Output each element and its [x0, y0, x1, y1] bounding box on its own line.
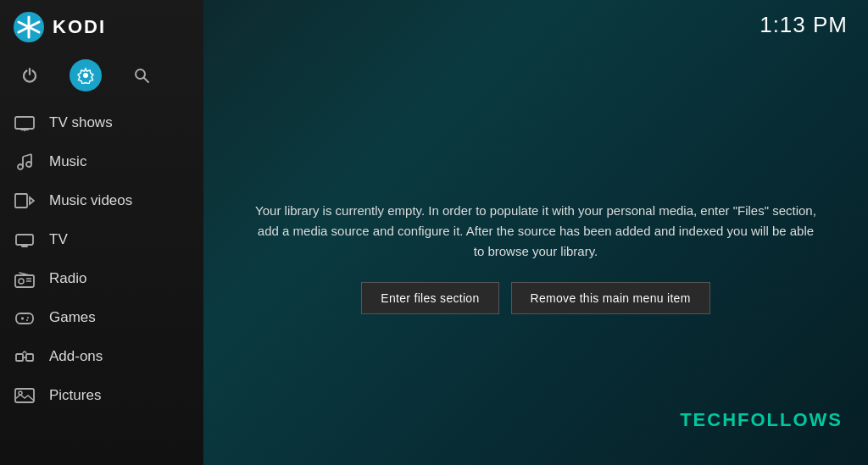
sidebar-item-addons-label: Add-ons — [49, 348, 103, 365]
sidebar-item-tv-shows-label: TV shows — [49, 114, 113, 131]
svg-point-4 — [83, 73, 88, 78]
svg-rect-7 — [15, 117, 34, 129]
svg-rect-29 — [16, 354, 23, 361]
music-icon — [14, 151, 36, 173]
tv-icon — [14, 229, 36, 251]
main-content: 1:13 PM Your library is currently empty.… — [203, 0, 868, 465]
settings-icon — [77, 67, 94, 84]
radio-icon — [14, 268, 36, 290]
svg-point-11 — [26, 162, 31, 167]
sidebar-item-tv[interactable]: TV — [0, 220, 203, 259]
pictures-icon — [14, 385, 36, 407]
sidebar-header: KODI — [0, 0, 203, 54]
svg-line-6 — [144, 78, 149, 83]
empty-library-message: Your library is currently empty. In orde… — [254, 201, 817, 262]
sidebar-item-tv-shows[interactable]: TV shows — [0, 103, 203, 142]
sidebar-item-pictures-label: Pictures — [49, 387, 101, 404]
sidebar-icon-row — [0, 54, 203, 100]
sidebar-item-tv-label: TV — [49, 231, 68, 248]
svg-rect-24 — [16, 313, 33, 324]
svg-marker-16 — [30, 197, 34, 204]
power-icon — [21, 67, 38, 84]
svg-rect-31 — [15, 389, 34, 402]
watermark: TECHFOLLOWS — [680, 409, 843, 431]
sidebar-item-pictures[interactable]: Pictures — [0, 376, 203, 415]
search-icon — [133, 67, 150, 84]
sidebar-item-music[interactable]: Music — [0, 142, 203, 181]
svg-rect-15 — [15, 194, 27, 208]
sidebar: KODI — [0, 0, 203, 465]
svg-rect-17 — [16, 235, 33, 245]
top-bar: 1:13 PM — [203, 0, 868, 50]
sidebar-item-radio[interactable]: Radio — [0, 259, 203, 298]
svg-point-20 — [19, 279, 24, 284]
sidebar-item-addons[interactable]: Add-ons — [0, 337, 203, 376]
sidebar-item-music-videos-label: Music videos — [49, 192, 132, 209]
svg-point-28 — [26, 319, 28, 321]
clock: 1:13 PM — [760, 12, 848, 38]
settings-button[interactable] — [70, 59, 102, 91]
sidebar-nav: TV shows Music Music vide — [0, 100, 203, 415]
enter-files-button[interactable]: Enter files section — [361, 282, 498, 314]
sidebar-item-games[interactable]: Games — [0, 298, 203, 337]
tv-shows-icon — [14, 112, 36, 134]
sidebar-item-music-label: Music — [49, 153, 86, 170]
games-icon — [14, 307, 36, 329]
sidebar-item-music-videos[interactable]: Music videos — [0, 181, 203, 220]
kodi-logo-icon — [14, 12, 44, 42]
remove-menu-item-button[interactable]: Remove this main menu item — [511, 282, 710, 314]
kodi-title: KODI — [53, 16, 106, 38]
action-buttons: Enter files section Remove this main men… — [361, 282, 709, 314]
sidebar-item-radio-label: Radio — [49, 270, 86, 287]
search-button[interactable] — [125, 59, 158, 91]
addons-icon — [14, 346, 36, 368]
power-button[interactable] — [14, 59, 46, 91]
svg-line-14 — [23, 154, 31, 157]
sidebar-item-games-label: Games — [49, 309, 96, 326]
svg-point-27 — [27, 317, 29, 318]
music-videos-icon — [14, 190, 36, 212]
content-area: Your library is currently empty. In orde… — [203, 50, 868, 465]
svg-rect-30 — [26, 354, 33, 361]
